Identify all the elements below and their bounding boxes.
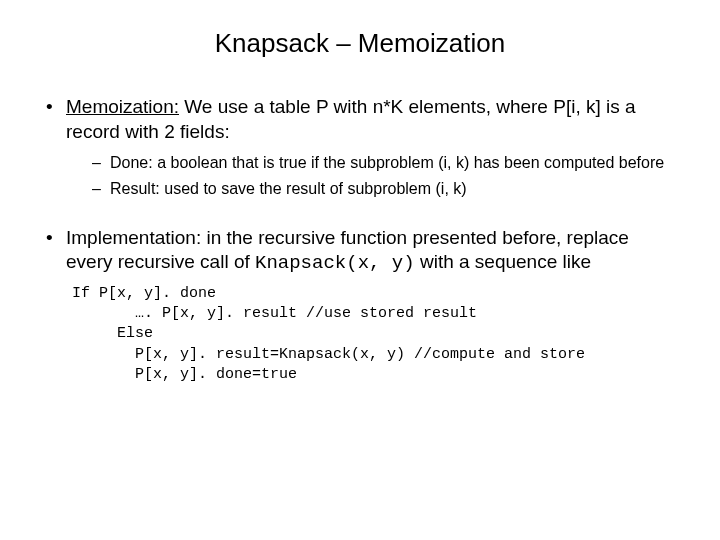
inline-code: Knapsack(x, y) bbox=[255, 252, 415, 274]
sub-result: Result: used to save the result of subpr… bbox=[92, 178, 680, 200]
sub-list: Done: a boolean that is true if the subp… bbox=[66, 152, 680, 199]
slide-title: Knapsack – Memoization bbox=[40, 28, 680, 59]
bullet-implementation: Implementation: in the recursive functio… bbox=[40, 226, 680, 386]
sub-done: Done: a boolean that is true if the subp… bbox=[92, 152, 680, 174]
bullet2-post: with a sequence like bbox=[415, 251, 591, 272]
code-block: If P[x, y]. done …. P[x, y]. result //us… bbox=[66, 284, 680, 385]
bullet-memoization: Memoization: We use a table P with n*K e… bbox=[40, 95, 680, 200]
bullet-list: Memoization: We use a table P with n*K e… bbox=[40, 95, 680, 385]
term-memoization: Memoization: bbox=[66, 96, 179, 117]
